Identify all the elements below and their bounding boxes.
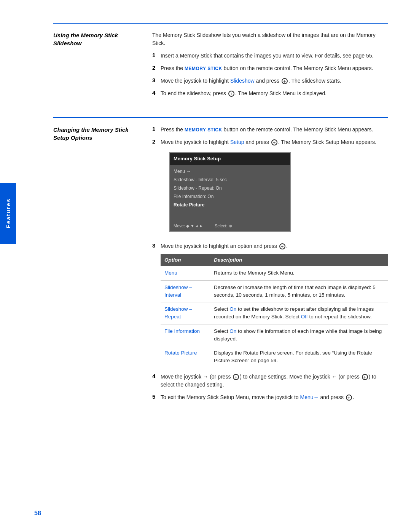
circle-plus-icon-3 xyxy=(271,139,277,145)
on-link-fileinfo: On xyxy=(229,328,236,334)
step-1-3-text: Move the joystick to highlight Slideshow… xyxy=(161,77,388,85)
main-content: Using the Memory Stick Slideshow The Mem… xyxy=(19,0,411,532)
step-1-4-text: To end the slideshow, press . The Memory… xyxy=(161,89,388,97)
setup-dialog: Memory Stick Setup Menu → Slideshow - In… xyxy=(169,152,291,232)
menu-arrow-link: Menu→ xyxy=(300,394,319,400)
step-2-5: To exit the Memory Stick Setup Menu, mov… xyxy=(152,393,388,401)
options-table: Option Description Menu Returns to the M… xyxy=(161,254,388,368)
option-repeat: Slideshow – Repeat xyxy=(161,302,210,324)
step-1-4: To end the slideshow, press . The Memory… xyxy=(152,89,388,97)
section1-title-col: Using the Memory Stick Slideshow xyxy=(53,31,152,102)
option-fileinfo: File Information xyxy=(161,324,210,346)
dialog-menu-item-2: Slideshow - Interval: 5 sec xyxy=(174,176,286,184)
step-2-3-text: Move the joystick to highlight an option… xyxy=(161,242,388,368)
section2-content: Press the MEMORY STICK button on the rem… xyxy=(152,126,388,406)
step-2-2-text: Move the joystick to highlight Setup and… xyxy=(161,138,388,238)
on-link-repeat: On xyxy=(229,306,236,312)
circle-plus-icon-1 xyxy=(282,78,288,84)
section-slideshow: Using the Memory Stick Slideshow The Mem… xyxy=(53,23,388,102)
table-row-repeat: Slideshow – Repeat Select On to set the … xyxy=(161,302,388,324)
table-row-menu: Menu Returns to the Memory Stick Menu. xyxy=(161,266,388,280)
step-1-1-text: Insert a Memory Stick that contains the … xyxy=(161,52,388,60)
dialog-title: Memory Stick Setup xyxy=(170,153,290,165)
desc-repeat: Select On to set the slideshow to repeat… xyxy=(210,302,388,324)
step-1-2: Press the MEMORY STICK button on the rem… xyxy=(152,64,388,72)
section1-intro: The Memory Stick Slideshow lets you watc… xyxy=(152,31,388,47)
desc-menu: Returns to the Memory Stick Menu. xyxy=(210,266,388,280)
circle-plus-icon-2 xyxy=(228,91,234,97)
table-row-fileinfo: File Information Select On to show file … xyxy=(161,324,388,346)
step-2-3: Move the joystick to highlight an option… xyxy=(152,242,388,368)
section2-title-col: Changing the Memory Stick Setup Options xyxy=(53,126,152,406)
circle-plus-icon-7 xyxy=(346,395,352,401)
circle-plus-icon-4 xyxy=(279,243,285,249)
table-row-interval: Slideshow –Interval Decrease or increase… xyxy=(161,280,388,302)
dialog-move-label: Move: ◆ ▼ ◂ ► xyxy=(174,223,203,229)
dialog-menu-item-3: Slideshow - Repeat: On xyxy=(174,184,286,192)
option-interval: Slideshow –Interval xyxy=(161,280,210,302)
section2-steps: Press the MEMORY STICK button on the rem… xyxy=(152,126,388,401)
step-1-3: Move the joystick to highlight Slideshow… xyxy=(152,77,388,85)
memory-stick-link-2: MEMORY STICK xyxy=(185,127,222,133)
step-2-2: Move the joystick to highlight Setup and… xyxy=(152,138,388,238)
desc-rotate: Displays the Rotate Picture screen. For … xyxy=(210,346,388,368)
circle-plus-icon-6 xyxy=(362,374,368,380)
option-menu: Menu xyxy=(161,266,210,280)
step-2-4: Move the joystick → (or press ) to chang… xyxy=(152,373,388,389)
table-head: Option Description xyxy=(161,254,388,266)
dialog-menu-item-4: File Information: On xyxy=(174,192,286,201)
table-row-rotate: Rotate Picture Displays the Rotate Pictu… xyxy=(161,346,388,368)
desc-fileinfo: Select On to show file information of ea… xyxy=(210,324,388,346)
step-1-1: Insert a Memory Stick that contains the … xyxy=(152,52,388,60)
step-1-2-text: Press the MEMORY STICK button on the rem… xyxy=(161,64,388,72)
sidebar-features-tab: Features xyxy=(0,183,16,244)
page-wrapper: Features Using the Memory Stick Slidesho… xyxy=(0,0,411,532)
slideshow-link: Slideshow xyxy=(230,78,255,84)
dialog-menu-item-1: Menu → xyxy=(174,167,286,176)
option-rotate: Rotate Picture xyxy=(161,346,210,368)
desc-interval: Decrease or increase the length of time … xyxy=(210,280,388,302)
section1-title: Using the Memory Stick Slideshow xyxy=(53,31,141,47)
circle-plus-icon-5 xyxy=(233,374,239,380)
table-body: Menu Returns to the Memory Stick Menu. S… xyxy=(161,266,388,368)
dialog-menu-item-5: Rotate Picture xyxy=(174,201,286,209)
step-2-4-text: Move the joystick → (or press ) to chang… xyxy=(161,373,388,389)
section1-steps: Insert a Memory Stick that contains the … xyxy=(152,52,388,97)
setup-link: Setup xyxy=(230,139,244,145)
section1-content: The Memory Stick Slideshow lets you watc… xyxy=(152,31,388,102)
dialog-select-label: Select: ⊕ xyxy=(215,223,232,229)
col-description: Description xyxy=(210,254,388,266)
dialog-footer: Move: ◆ ▼ ◂ ► Select: ⊕ xyxy=(170,220,290,232)
page-number: 58 xyxy=(34,510,41,517)
step-2-1: Press the MEMORY STICK button on the rem… xyxy=(152,126,388,134)
step-2-1-text: Press the MEMORY STICK button on the rem… xyxy=(161,126,388,134)
col-option: Option xyxy=(161,254,210,266)
table-header-row: Option Description xyxy=(161,254,388,266)
sidebar-tab-label: Features xyxy=(5,198,11,228)
off-link-repeat: Off xyxy=(301,314,308,320)
step-2-5-text: To exit the Memory Stick Setup Menu, mov… xyxy=(161,393,388,401)
dialog-body: Menu → Slideshow - Interval: 5 sec Slide… xyxy=(170,165,290,220)
memory-stick-link-1: MEMORY STICK xyxy=(185,66,222,71)
section-setup: Changing the Memory Stick Setup Options … xyxy=(53,117,388,406)
section2-title: Changing the Memory Stick Setup Options xyxy=(53,126,141,142)
